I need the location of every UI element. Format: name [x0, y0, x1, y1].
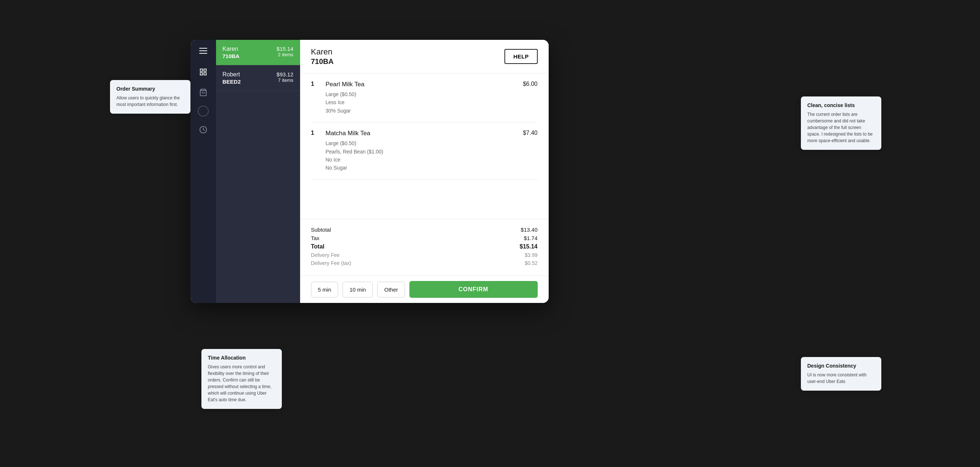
confirm-button[interactable]: CONFIRM — [409, 281, 538, 298]
action-bar: 5 min 10 min Other CONFIRM — [300, 276, 549, 303]
orders-icon[interactable] — [196, 65, 210, 79]
summary-section: Subtotal $13.40 Tax $1.74 Total $15.14 D… — [300, 219, 549, 276]
svg-rect-2 — [204, 73, 206, 75]
order-item-karen[interactable]: Karen 710BA $15.14 2 items — [216, 40, 300, 65]
order-line-item-2: 1 Matcha Milk Tea Large ($0.50)Pearls, R… — [311, 122, 538, 180]
main-window: Karen 710BA $15.14 2 items Robert BEED2 — [191, 40, 549, 303]
order-item-robert[interactable]: Robert BEED2 $93.12 7 items — [216, 65, 300, 91]
order-items-list: 1 Pearl Milk Tea Large ($0.50)Less Ice30… — [300, 73, 549, 219]
order-line-item-1: 1 Pearl Milk Tea Large ($0.50)Less Ice30… — [311, 73, 538, 122]
time-10min-button[interactable]: 10 min — [342, 282, 373, 297]
svg-rect-1 — [204, 69, 206, 71]
item-modifiers-2: Large ($0.50)Pearls, Red Bean ($1.00)No … — [326, 139, 516, 172]
history-icon[interactable] — [196, 122, 210, 137]
subtotal-row: Subtotal $13.40 — [311, 227, 538, 233]
total-row: Total $15.14 — [311, 243, 538, 250]
item-details-1: Pearl Milk Tea Large ($0.50)Less Ice30% … — [326, 81, 516, 115]
customer-info: Karen 710BA — [311, 47, 334, 66]
svg-rect-3 — [200, 73, 202, 75]
svg-rect-0 — [200, 69, 202, 71]
annotation-time-allocation: Time Allocation Gives users more control… — [201, 349, 282, 409]
annotation-design-consistency: Design Consistency UI is now more consis… — [801, 357, 881, 391]
delivery-tax-row: Delivery Fee (tax) $0.52 — [311, 260, 538, 266]
order-list-panel: Karen 710BA $15.14 2 items Robert BEED2 — [216, 40, 300, 303]
sidebar — [191, 40, 216, 303]
tax-row: Tax $1.74 — [311, 235, 538, 241]
menu-icon[interactable] — [196, 43, 210, 58]
annotation-clean-lists: Clean, concise lists The current order l… — [801, 97, 881, 150]
annotation-order-summary: Order Summary Allow users to quickly gla… — [110, 80, 191, 114]
item-modifiers-1: Large ($0.50)Less Ice30% Sugar — [326, 90, 516, 115]
scene: Karen 710BA $15.14 2 items Robert BEED2 — [88, 33, 892, 434]
bag-icon[interactable] — [196, 85, 210, 100]
detail-header: Karen 710BA HELP — [300, 40, 549, 73]
detail-panel: Karen 710BA HELP 1 Pearl Milk Tea Large … — [300, 40, 549, 303]
time-5min-button[interactable]: 5 min — [311, 282, 339, 297]
time-other-button[interactable]: Other — [377, 282, 405, 297]
delivery-fee-row: Delivery Fee $3.99 — [311, 252, 538, 258]
circle-indicator — [198, 106, 209, 117]
help-button[interactable]: HELP — [504, 49, 537, 64]
item-details-2: Matcha Milk Tea Large ($0.50)Pearls, Red… — [326, 130, 516, 172]
